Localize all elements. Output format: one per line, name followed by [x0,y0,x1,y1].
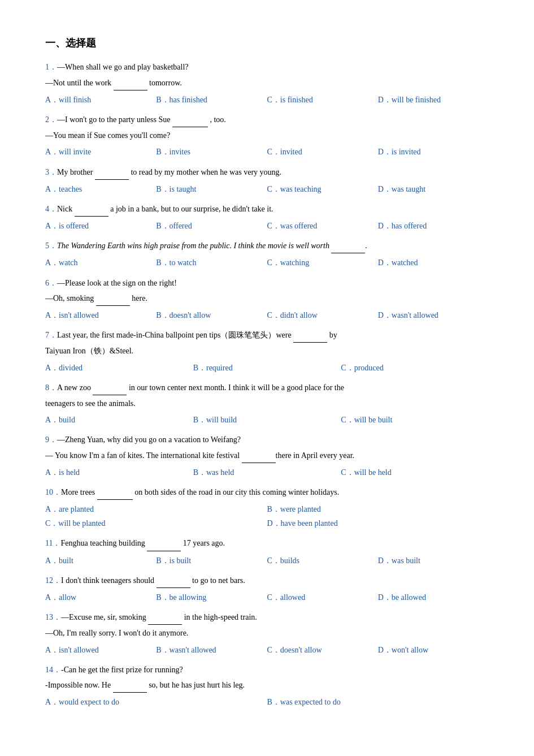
option-10-1[interactable]: B．were planted [267,502,489,516]
question-line-2-0: 2．—I won't go to the party unless Sue , … [45,113,489,127]
option-4-3[interactable]: D．has offered [378,219,489,233]
option-9-1[interactable]: B．was held [193,465,341,479]
question-line-14-0: 14．-Can he get the first prize for runni… [45,663,489,677]
option-2-0[interactable]: A．will invite [45,145,156,159]
option-13-0[interactable]: A．isn't allowed [45,643,156,657]
option-5-2[interactable]: C．watching [267,256,378,270]
options-row-3: A．teachesB．is taughtC．was teachingD．was … [45,182,489,196]
option-9-2[interactable]: C．will be held [341,465,489,479]
question-num-13: 13． [45,613,61,621]
option-6-3[interactable]: D．wasn't allowed [378,308,489,322]
question-text-7-1: Taiyuan Iron（铁）&Steel. [45,347,133,355]
options-row-1: A．will finishB．has finishedC．is finished… [45,93,489,107]
question-text-13-0: —Excuse me, sir, smoking in the high-spe… [61,613,257,621]
question-block-6: 6．—Please look at the sign on the right!… [45,276,489,323]
option-2-3[interactable]: D．is invited [378,145,489,159]
question-line-2-1: —You mean if Sue comes you'll come? [45,128,489,142]
question-line-14-1: -Impossible now. He so, but he has just … [45,678,489,693]
question-text-11-0: Fenghua teaching building 17 years ago. [60,539,225,547]
question-line-8-0: 8．A new zoo in our town center next mont… [45,381,489,395]
option-5-1[interactable]: B．to watch [156,256,267,270]
option-10-3[interactable]: D．have been planted [267,516,489,530]
option-12-0[interactable]: A．allow [45,590,156,604]
option-4-2[interactable]: C．was offered [267,219,378,233]
option-6-0[interactable]: A．isn't allowed [45,308,156,322]
question-line-10-0: 10．More trees on both sides of the road … [45,485,489,500]
option-11-1[interactable]: B．is built [156,554,267,568]
question-block-13: 13．—Excuse me, sir, smoking in the high-… [45,610,489,657]
options-row-9: A．is heldB．was heldC．will be held [45,465,489,479]
question-block-3: 3．My brother to read by my mother when h… [45,165,489,196]
question-num-6: 6． [45,279,57,287]
question-text-6-0: —Please look at the sign on the right! [57,279,177,287]
option-13-3[interactable]: D．won't allow [378,643,489,657]
option-1-2[interactable]: C．is finished [267,93,378,107]
option-3-2[interactable]: C．was teaching [267,182,378,196]
option-7-0[interactable]: A．divided [45,361,193,375]
question-text-14-0: -Can he get the first prize for running? [61,666,183,674]
option-8-1[interactable]: B．will build [193,413,341,427]
question-block-14: 14．-Can he get the first prize for runni… [45,663,489,710]
question-line-9-1: — You know I'm a fan of kites. The inter… [45,448,489,463]
question-num-11: 11． [45,539,60,547]
option-12-2[interactable]: C．allowed [267,590,378,604]
option-7-2[interactable]: C．produced [341,361,489,375]
option-13-1[interactable]: B．wasn't allowed [156,643,267,657]
option-1-1[interactable]: B．has finished [156,93,267,107]
question-block-12: 12．I don't think teenagers should to go … [45,573,489,604]
question-line-12-0: 12．I don't think teenagers should to go … [45,573,489,588]
question-line-5-0: 5．The Wandering Earth wins high praise f… [45,239,489,253]
option-3-3[interactable]: D．was taught [378,182,489,196]
option-6-2[interactable]: C．didn't allow [267,308,378,322]
option-5-0[interactable]: A．watch [45,256,156,270]
option-8-2[interactable]: C．will be built [341,413,489,427]
option-11-2[interactable]: C．builds [267,554,378,568]
option-7-1[interactable]: B．required [193,361,341,375]
option-13-2[interactable]: C．doesn't allow [267,643,378,657]
question-line-13-0: 13．—Excuse me, sir, smoking in the high-… [45,610,489,625]
option-4-1[interactable]: B．offered [156,219,267,233]
option-9-0[interactable]: A．is held [45,465,193,479]
question-block-5: 5．The Wandering Earth wins high praise f… [45,239,489,270]
question-line-9-0: 9．—Zheng Yuan, why did you go on a vacat… [45,433,489,447]
question-text-4-0: Nick a job in a bank, but to our surpris… [57,205,273,213]
question-num-14: 14． [45,666,61,674]
question-block-2: 2．—I won't go to the party unless Sue , … [45,113,489,159]
option-11-3[interactable]: D．was built [378,554,489,568]
option-10-2[interactable]: C．will be planted [45,516,267,530]
question-text-9-0: —Zheng Yuan, why did you go on a vacatio… [57,435,241,444]
question-num-12: 12． [45,576,61,585]
question-line-13-1: —Oh, I'm really sorry. I won't do it any… [45,626,489,640]
option-2-1[interactable]: B．invites [156,145,267,159]
option-6-1[interactable]: B．doesn't allow [156,308,267,322]
option-12-1[interactable]: B．be allowing [156,590,267,604]
question-num-10: 10． [45,488,61,496]
options-row-5: A．watchB．to watchC．watchingD．watched [45,256,489,270]
options-row-8: A．buildB．will buildC．will be built [45,413,489,427]
question-line-1-0: 1．—When shall we go and play basketball? [45,60,489,74]
option-3-1[interactable]: B．is taught [156,182,267,196]
option-14-0[interactable]: A．would expect to do [45,695,267,709]
question-text-2-1: —You mean if Sue comes you'll come? [45,131,170,140]
option-11-0[interactable]: A．built [45,554,156,568]
options-row-13: A．isn't allowedB．wasn't allowedC．doesn't… [45,643,489,657]
option-4-0[interactable]: A．is offered [45,219,156,233]
option-10-0[interactable]: A．are planted [45,502,267,516]
question-line-7-0: 7．Last year, the first made-in-China bal… [45,328,489,343]
option-8-0[interactable]: A．build [45,413,193,427]
option-14-1[interactable]: B．was expected to do [267,695,489,709]
option-5-3[interactable]: D．watched [378,256,489,270]
question-num-4: 4． [45,205,57,213]
option-1-0[interactable]: A．will finish [45,93,156,107]
question-block-8: 8．A new zoo in our town center next mont… [45,381,489,427]
option-3-0[interactable]: A．teaches [45,182,156,196]
question-text-1-0: —When shall we go and play basketball? [57,63,188,71]
option-12-3[interactable]: D．be allowed [378,590,489,604]
question-block-4: 4．Nick a job in a bank, but to our surpr… [45,202,489,233]
question-num-9: 9． [45,435,57,444]
question-text-3-0: My brother to read by my mother when he … [57,168,281,176]
option-2-2[interactable]: C．invited [267,145,378,159]
options-row-4: A．is offeredB．offeredC．was offeredD．has … [45,219,489,233]
option-1-3[interactable]: D．will be finished [378,93,489,107]
question-text-7-0: Last year, the first made-in-China ballp… [57,331,337,339]
